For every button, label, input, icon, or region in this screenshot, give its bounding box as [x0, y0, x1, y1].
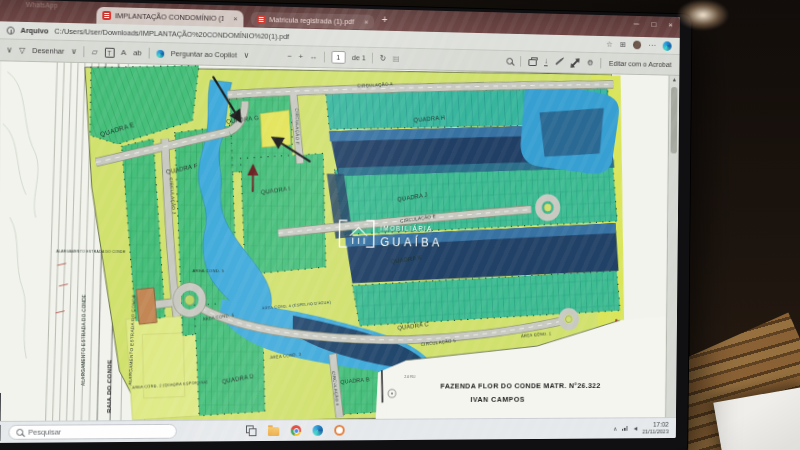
menu-chevron-icon[interactable]: ∨ [6, 45, 12, 54]
pdf-toolbar-right: ↓ ⚙ Editar com o Acrobat [507, 56, 672, 70]
taskbar-search[interactable]: Pesquisar [8, 424, 176, 440]
scroll-up-icon[interactable]: ▲ [669, 77, 679, 83]
tray-chevron-icon[interactable]: ∧ [613, 425, 617, 432]
highlight-icon[interactable]: ab [133, 48, 142, 57]
minimize-button[interactable]: ─ [634, 20, 639, 29]
task-view-icon[interactable] [246, 425, 257, 436]
settings-gear-icon[interactable]: ⚙ [587, 59, 594, 68]
profile-avatar[interactable] [633, 41, 641, 50]
background-window-title: WhatsApp [26, 1, 58, 9]
chrome-icon[interactable] [291, 425, 302, 436]
window-controls: ─ □ × [634, 20, 673, 30]
tab-close-icon[interactable]: × [364, 18, 368, 27]
map-label: ALARGAMENTO ESTRADA DO CONDE [81, 294, 87, 385]
draw-button[interactable]: Desenhar [32, 46, 64, 56]
page-count-label: de 1 [352, 53, 366, 62]
map-label: 24 RU [405, 375, 416, 379]
svg-text:IMOBILIÁRIA: IMOBILIÁRIA [380, 224, 432, 232]
screen: WhatsApp IMPLANTAÇÃO CONDOMÍNIO (1 × Mat… [0, 0, 680, 443]
toolbar-divider [520, 56, 521, 67]
toolbar-spacer [256, 55, 281, 56]
bridge [136, 288, 157, 325]
address-bar-icons: ☆ ⊞ ⋯ [606, 39, 672, 50]
system-tray: ∧ 17:02 21/11/2023 [613, 421, 670, 436]
page-number-input[interactable]: 1 [331, 51, 345, 64]
svg-text:GUAÍBA: GUAÍBA [380, 234, 443, 249]
file-explorer-icon[interactable] [268, 427, 280, 436]
map-label: RAIA DO CONDE [105, 359, 112, 413]
file-menu[interactable]: Arquivo [21, 26, 49, 36]
thumbnails-icon[interactable]: ▤ [393, 54, 400, 63]
read-aloud-icon[interactable]: A [121, 48, 126, 57]
save-icon[interactable]: ↓ [544, 58, 548, 67]
site-plan-document: FAZENDA FLOR DO CONDE MATR. N°26.322 IVA… [0, 61, 668, 421]
windows-taskbar: Pesquisar ∧ 17:02 21/11/2023 [0, 417, 676, 443]
file-info-icon[interactable] [7, 26, 15, 34]
copilot-chevron-icon[interactable]: ∨ [244, 51, 250, 60]
app-ring-icon[interactable] [334, 425, 344, 436]
zoom-out-button[interactable]: − [287, 52, 292, 61]
photo-of-monitor: WhatsApp IMPLANTAÇÃO CONDOMÍNIO (1 × Mat… [0, 0, 800, 450]
map-label: ÁREA COND. 5 [192, 268, 224, 273]
taskbar-clock[interactable]: 17:02 21/11/2023 [642, 421, 669, 435]
network-icon[interactable] [622, 426, 628, 431]
deed-title-line2: IVAN CAMPOS [470, 395, 525, 404]
deed-title-line1: FAZENDA FLOR DO CONDE MATR. N°26.322 [440, 381, 600, 390]
scrollbar-thumb[interactable] [671, 87, 678, 153]
edge-copilot-icon[interactable] [663, 41, 672, 51]
viewer-scrollbar[interactable]: ▲ [665, 76, 679, 418]
add-text-icon[interactable]: T [104, 47, 114, 57]
edit-with-acrobat-button[interactable]: Editar com o Acrobat [609, 59, 672, 69]
search-placeholder: Pesquisar [28, 428, 61, 437]
search-icon[interactable] [507, 58, 513, 65]
clock-time: 17:02 [642, 421, 669, 429]
light-flare [668, 0, 738, 36]
more-menu-icon[interactable]: ⋯ [648, 41, 655, 50]
tab-close-icon[interactable]: × [233, 14, 238, 23]
monitor: WhatsApp IMPLANTAÇÃO CONDOMÍNIO (1 × Mat… [0, 0, 692, 450]
print-icon[interactable] [529, 59, 537, 66]
copilot-icon[interactable] [156, 49, 164, 57]
taskbar-edge-sliver [0, 424, 1, 440]
taskbar-apps [246, 425, 345, 436]
fit-width-icon[interactable]: ↔ [310, 52, 318, 61]
edit-pen-icon[interactable] [555, 59, 563, 66]
map-label: ALARGAMENTO ESTRADA DO CONDE [56, 250, 126, 255]
tab-title: IMPLANTAÇÃO CONDOMÍNIO (1 [115, 11, 223, 23]
yellow-pocket [260, 110, 291, 148]
pdf-file-icon [257, 15, 266, 24]
tab-title: Matricula registrada (1).pdf [269, 15, 354, 26]
search-icon [16, 429, 23, 436]
volume-icon[interactable] [632, 426, 637, 430]
tab-matricula-registrada[interactable]: Matricula registrada (1).pdf × [251, 12, 374, 30]
pdf-file-icon [102, 11, 111, 20]
new-tab-button[interactable]: + [382, 13, 388, 25]
clock-date: 21/11/2023 [642, 429, 669, 436]
eraser-icon[interactable]: ▱ [92, 47, 98, 56]
collections-icon[interactable]: ⊞ [620, 40, 626, 49]
draw-chevron-icon[interactable]: ∨ [71, 47, 77, 56]
toolbar-divider [324, 52, 325, 63]
favorite-star-icon[interactable]: ☆ [606, 40, 613, 49]
edge-icon[interactable] [312, 425, 323, 436]
toolbar-divider [601, 58, 602, 69]
select-tool-icon[interactable]: ▽ [19, 46, 25, 55]
pdf-viewer: FAZENDA FLOR DO CONDE MATR. N°26.322 IVA… [0, 61, 679, 421]
ask-copilot-button[interactable]: Perguntar ao Copilot [171, 49, 237, 59]
maximize-button[interactable]: □ [652, 20, 656, 29]
rotate-icon[interactable]: ↻ [380, 54, 386, 63]
zoom-in-button[interactable]: + [298, 52, 303, 61]
toolbar-divider [148, 48, 149, 59]
toolbar-divider [372, 53, 373, 64]
toolbar-divider [84, 46, 85, 57]
fullscreen-icon[interactable] [571, 59, 579, 67]
map-label: CIRCULAÇÃO F [294, 108, 300, 145]
